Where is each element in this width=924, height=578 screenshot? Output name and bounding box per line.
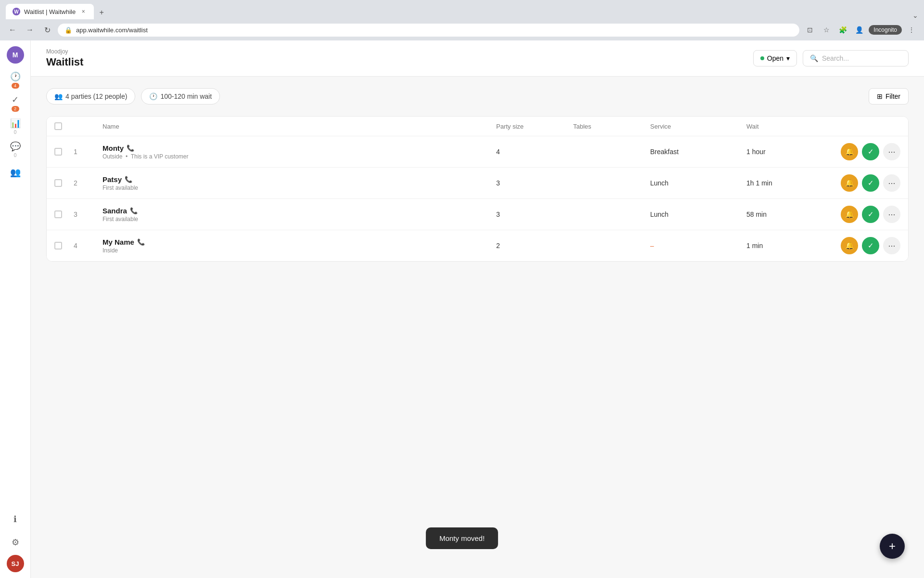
service-2: Lunch (650, 179, 746, 187)
notify-button-2[interactable]: 🔔 (841, 174, 858, 192)
header-actions: Open ▾ 🔍 Search... (753, 50, 909, 66)
customer-name-4: My Name (103, 238, 134, 246)
browser-chrome: W Waitlist | Waitwhile × + ⌄ ← → ↻ 🔒 app… (0, 0, 924, 40)
col-header-party: Party size (496, 123, 573, 130)
address-bar-row: ← → ↻ 🔒 app.waitwhile.com/waitlist ⊡ ☆ 🧩… (0, 19, 924, 40)
notify-button-4[interactable]: 🔔 (841, 237, 858, 254)
toast-notification: Monty moved! (426, 527, 498, 549)
table-row[interactable]: 4 My Name 📞 Inside 2 – 1 min 🔔 ✓ (47, 230, 908, 261)
table-row[interactable]: 2 Patsy 📞 First available 3 Lunch 1h 1 m… (47, 168, 908, 199)
wait-1: 1 hour (746, 148, 823, 156)
actions-1: 🔔 ✓ ··· (823, 143, 900, 160)
phone-icon-4: 📞 (137, 238, 145, 246)
search-placeholder: Search... (822, 54, 849, 62)
row-sub-2: First available (103, 184, 496, 191)
search-icon: 🔍 (810, 54, 818, 62)
row-num-2: 2 (74, 179, 103, 187)
notify-button-3[interactable]: 🔔 (841, 206, 858, 223)
new-tab-button[interactable]: + (95, 6, 108, 19)
sidebar-item-waitlist[interactable]: 🕐 4 (5, 69, 26, 91)
customer-name-2: Patsy (103, 175, 122, 184)
col-header-name: Name (103, 123, 496, 130)
sidebar-badge-analytics: 0 (14, 130, 17, 135)
phone-icon-1: 📞 (127, 144, 134, 152)
actions-3: 🔔 ✓ ··· (823, 206, 900, 223)
actions-2: 🔔 ✓ ··· (823, 174, 900, 192)
row-checkbox-1[interactable] (54, 148, 62, 156)
tab-expand-button[interactable]: ⌄ (912, 12, 918, 19)
active-tab[interactable]: W Waitlist | Waitwhile × (6, 4, 94, 19)
table-row[interactable]: 3 Sandra 📞 First available 3 Lunch 58 mi… (47, 199, 908, 230)
more-button-2[interactable]: ··· (883, 174, 900, 192)
add-fab-button[interactable]: + (880, 534, 905, 559)
select-all-checkbox[interactable] (54, 122, 62, 130)
status-button[interactable]: Open ▾ (753, 50, 797, 66)
sidebar-item-tasks[interactable]: ✓ 2 (5, 92, 26, 114)
sidebar-item-messages[interactable]: 💬 0 (5, 139, 26, 160)
header: Moodjoy Waitlist Open ▾ 🔍 Search... (31, 40, 924, 77)
filter-button[interactable]: ⊞ Filter (869, 88, 909, 105)
notify-button-1[interactable]: 🔔 (841, 143, 858, 160)
tab-title: Waitlist | Waitwhile (24, 8, 76, 15)
sidebar-item-analytics[interactable]: 📊 0 (5, 116, 26, 137)
row-name-2: Patsy 📞 First available (103, 175, 496, 191)
more-button-3[interactable]: ··· (883, 206, 900, 223)
sidebar-bottom-avatar[interactable]: SJ (7, 555, 24, 572)
analytics-icon: 📊 (10, 118, 21, 129)
forward-button[interactable]: → (23, 23, 37, 37)
wait-3: 58 min (746, 210, 823, 218)
phone-icon-3: 📞 (130, 207, 138, 214)
seat-button-3[interactable]: ✓ (862, 206, 879, 223)
row-name-1: Monty 📞 Outside • This is a VIP customer (103, 144, 496, 160)
parties-badge: 👥 4 parties (12 people) (46, 88, 135, 105)
customer-name-1: Monty (103, 144, 124, 152)
seat-button-4[interactable]: ✓ (862, 237, 879, 254)
row-num-4: 4 (74, 242, 103, 250)
waitlist-table: Name Party size Tables Service Wait 1 Mo… (46, 116, 909, 262)
cast-icon[interactable]: ⊡ (803, 23, 817, 37)
toolbar: 👥 4 parties (12 people) 🕐 100-120 min wa… (46, 88, 909, 105)
address-bar[interactable]: 🔒 app.waitwhile.com/waitlist (58, 24, 799, 37)
col-header-tables: Tables (573, 123, 650, 130)
header-brand: Moodjoy Waitlist (46, 48, 753, 68)
refresh-button[interactable]: ↻ (40, 23, 54, 37)
main-content: Moodjoy Waitlist Open ▾ 🔍 Search... (31, 40, 924, 578)
sidebar-item-settings[interactable]: ⚙ (5, 532, 26, 553)
sidebar-badge-waitlist: 4 (12, 83, 19, 89)
service-1: Breakfast (650, 148, 746, 156)
party-size-4: 2 (496, 242, 573, 250)
seat-button-1[interactable]: ✓ (862, 143, 879, 160)
row-num-3: 3 (74, 210, 103, 218)
service-4: – (650, 242, 746, 250)
row-sub-3: First available (103, 216, 496, 223)
more-button-1[interactable]: ··· (883, 143, 900, 160)
bookmark-icon[interactable]: ☆ (820, 23, 833, 37)
row-name-3: Sandra 📞 First available (103, 207, 496, 223)
page-title: Waitlist (46, 56, 753, 68)
address-url: app.waitwhile.com/waitlist (76, 26, 148, 34)
table-header: Name Party size Tables Service Wait (47, 117, 908, 136)
more-options-icon[interactable]: ⋮ (905, 23, 918, 37)
search-box[interactable]: 🔍 Search... (803, 50, 909, 66)
wait-4: 1 min (746, 242, 823, 250)
more-button-4[interactable]: ··· (883, 237, 900, 254)
tab-close-button[interactable]: × (79, 8, 87, 15)
party-size-1: 4 (496, 148, 573, 156)
profile-icon[interactable]: 👤 (852, 23, 866, 37)
sidebar-item-help[interactable]: ℹ (5, 509, 26, 530)
row-checkbox-3[interactable] (54, 210, 62, 218)
sidebar-badge-messages: 0 (14, 153, 17, 158)
back-button[interactable]: ← (6, 23, 19, 37)
incognito-badge: Incognito (869, 25, 902, 35)
sidebar: M 🕐 4 ✓ 2 📊 0 💬 0 👥 ℹ ⚙ SJ (0, 40, 31, 578)
sidebar-top-avatar[interactable]: M (7, 46, 24, 64)
row-checkbox-2[interactable] (54, 179, 62, 187)
table-row[interactable]: 1 Monty 📞 Outside • This is a VIP custom… (47, 136, 908, 168)
row-checkbox-4[interactable] (54, 242, 62, 250)
parties-icon: 👥 (54, 92, 63, 100)
browser-action-buttons: ⊡ ☆ 🧩 👤 Incognito ⋮ (803, 23, 918, 37)
seat-button-2[interactable]: ✓ (862, 174, 879, 192)
service-3: Lunch (650, 210, 746, 218)
extensions-icon[interactable]: 🧩 (836, 23, 849, 37)
sidebar-item-customers[interactable]: 👥 (5, 162, 26, 183)
